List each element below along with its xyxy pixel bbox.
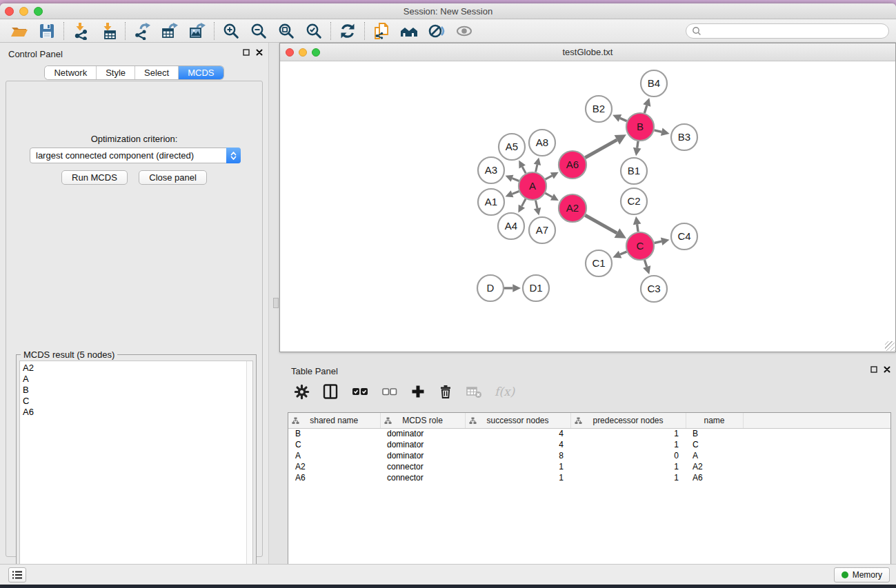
edge-A-A2[interactable] xyxy=(545,193,552,197)
open-session-icon[interactable] xyxy=(6,21,33,41)
edge-B-B3[interactable] xyxy=(654,130,661,132)
export-image-icon[interactable] xyxy=(183,21,211,41)
tab-style[interactable]: Style xyxy=(97,66,135,79)
save-session-icon[interactable] xyxy=(33,21,61,41)
node-C3[interactable]: C3 xyxy=(641,276,667,302)
export-table-icon[interactable] xyxy=(156,21,183,41)
table-row-c[interactable]: Cdominator41C xyxy=(288,439,890,450)
edge-C-C2[interactable] xyxy=(637,224,639,232)
create-network-from-selection-icon[interactable] xyxy=(368,21,395,41)
zoom-out-icon[interactable] xyxy=(245,21,272,41)
edge-A-A5[interactable] xyxy=(522,167,526,173)
fit-content-icon[interactable] xyxy=(272,21,300,41)
create-new-column-icon[interactable] xyxy=(410,384,426,399)
column-header-successor-nodes[interactable]: successor nodes xyxy=(465,413,570,428)
zoom-selected-icon[interactable] xyxy=(300,21,328,41)
zoom-in-icon[interactable] xyxy=(217,21,245,41)
float-table-panel-icon[interactable] xyxy=(870,366,877,373)
export-network-icon[interactable] xyxy=(128,21,156,41)
edge-C-C1[interactable] xyxy=(620,252,627,254)
table-cell: 4 xyxy=(465,439,570,450)
column-header-MCDS-role[interactable]: MCDS role xyxy=(380,413,465,428)
result-item-a[interactable]: A xyxy=(23,374,252,385)
criterion-dropdown[interactable]: largest connected component (directed) xyxy=(30,148,241,163)
node-B[interactable]: B xyxy=(626,113,654,141)
table-row-a6[interactable]: A6connector11A6 xyxy=(288,472,890,483)
network-canvas[interactable]: AA1A2A3A4A5A6A7A8BB1B2B3B4CC1C2C3C4DD1 xyxy=(280,61,895,352)
edge-A-A6[interactable] xyxy=(546,176,552,179)
always-show-details-icon[interactable] xyxy=(450,21,478,41)
table-cell: connector xyxy=(380,461,465,472)
node-B3[interactable]: B3 xyxy=(671,124,697,150)
result-item-a6[interactable]: A6 xyxy=(23,407,252,418)
node-B1[interactable]: B1 xyxy=(621,158,647,184)
node-C1[interactable]: C1 xyxy=(586,250,612,276)
edge-B-B2[interactable] xyxy=(620,118,627,121)
result-item-c[interactable]: C xyxy=(23,396,252,407)
float-panel-icon[interactable] xyxy=(243,49,250,56)
import-table-icon[interactable] xyxy=(94,21,122,41)
node-A6[interactable]: A6 xyxy=(559,151,586,179)
close-table-panel-icon[interactable] xyxy=(884,366,890,373)
column-header-shared-name[interactable]: shared name xyxy=(288,413,380,428)
node-A7[interactable]: A7 xyxy=(529,217,555,243)
memory-button[interactable]: Memory xyxy=(834,567,890,582)
edge-A2-C[interactable] xyxy=(585,215,617,233)
arrowhead-C-C2 xyxy=(633,216,641,225)
first-neighbors-icon[interactable] xyxy=(395,21,423,41)
import-network-icon[interactable] xyxy=(67,21,94,41)
search-input[interactable] xyxy=(705,26,888,36)
table-row-a[interactable]: Adominator80A xyxy=(288,450,890,461)
node-A[interactable]: A xyxy=(519,172,546,200)
result-item-a2[interactable]: A2 xyxy=(23,363,252,374)
table-row-a2[interactable]: A2connector11A2 xyxy=(288,461,890,472)
window-resize-grip[interactable] xyxy=(885,341,895,351)
run-mcds-button[interactable]: Run MCDS xyxy=(61,170,128,185)
column-header-predecessor-nodes[interactable]: predecessor nodes xyxy=(570,413,686,428)
show-column-dialog-icon[interactable] xyxy=(322,383,339,400)
node-B2[interactable]: B2 xyxy=(586,96,612,122)
edge-A-A4[interactable] xyxy=(521,199,526,207)
result-scrollbar[interactable] xyxy=(246,361,252,585)
edge-B-B1[interactable] xyxy=(637,141,638,148)
edge-C-C3[interactable] xyxy=(644,260,646,267)
node-A5[interactable]: A5 xyxy=(499,134,525,160)
tab-mcds[interactable]: MCDS xyxy=(179,66,223,79)
edge-A-A1[interactable] xyxy=(512,192,519,194)
node-B4[interactable]: B4 xyxy=(641,70,667,97)
table-row-b[interactable]: Bdominator41B xyxy=(288,428,890,439)
node-C[interactable]: C xyxy=(626,232,654,260)
node-A8[interactable]: A8 xyxy=(529,130,555,156)
hide-graphics-details-icon[interactable] xyxy=(423,21,450,41)
refresh-view-icon[interactable] xyxy=(334,21,361,41)
tab-select[interactable]: Select xyxy=(135,66,179,79)
node-C4[interactable]: C4 xyxy=(671,223,697,250)
node-A3[interactable]: A3 xyxy=(478,157,504,183)
edge-A-A7[interactable] xyxy=(535,201,537,209)
table-settings-gear-icon[interactable] xyxy=(294,384,310,400)
node-A2[interactable]: A2 xyxy=(559,194,586,222)
select-all-columns-icon[interactable] xyxy=(351,383,369,401)
close-panel-icon[interactable] xyxy=(256,49,263,56)
node-D1[interactable]: D1 xyxy=(523,275,549,301)
edge-A-A3[interactable] xyxy=(512,179,519,181)
edge-A-A8[interactable] xyxy=(536,165,537,172)
edge-C-C4[interactable] xyxy=(655,241,662,243)
node-D[interactable]: D xyxy=(477,275,504,301)
result-item-b[interactable]: B xyxy=(23,385,252,396)
tab-network[interactable]: Network xyxy=(45,66,97,79)
delete-columns-trash-icon[interactable] xyxy=(438,384,453,399)
node-A4[interactable]: A4 xyxy=(498,213,524,239)
edge-B-B4[interactable] xyxy=(644,105,646,113)
search-field[interactable] xyxy=(686,23,889,39)
panel-splitter-handle[interactable] xyxy=(273,298,279,308)
node-A1[interactable]: A1 xyxy=(478,189,504,215)
task-history-button[interactable] xyxy=(8,567,26,582)
unselect-all-columns-icon[interactable] xyxy=(381,383,398,400)
node-C2[interactable]: C2 xyxy=(621,188,647,214)
close-panel-button[interactable]: Close panel xyxy=(139,170,207,185)
edge-A6-B[interactable] xyxy=(585,140,617,158)
mcds-result-list[interactable]: A2ABCA6 xyxy=(19,361,253,585)
column-header-name[interactable]: name xyxy=(686,413,743,428)
table-cell: 4 xyxy=(465,428,570,439)
